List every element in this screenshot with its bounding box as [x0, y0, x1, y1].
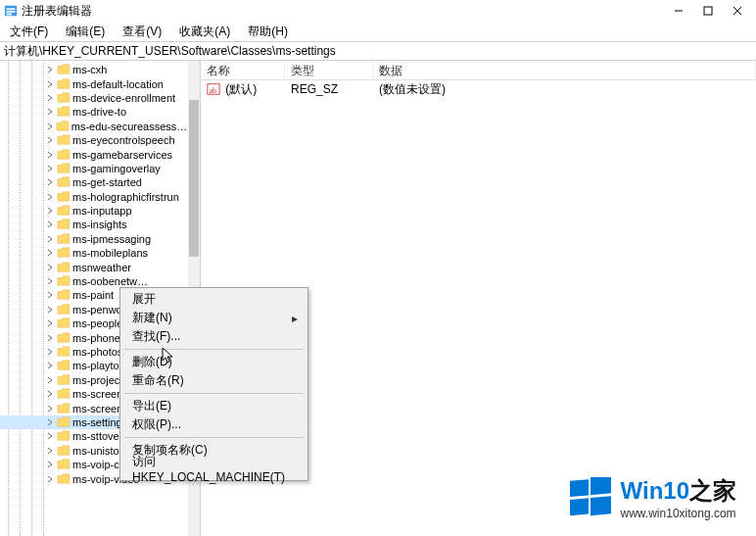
folder-icon [57, 445, 71, 457]
tree-item-label: ms-default-location [72, 78, 164, 90]
chevron-right-icon[interactable] [45, 306, 55, 314]
folder-icon [57, 304, 71, 316]
tree-item[interactable]: ms-inputapp [0, 204, 188, 218]
folder-icon [57, 191, 71, 203]
maximize-button[interactable] [693, 0, 723, 22]
chevron-right-icon[interactable] [45, 291, 55, 299]
ctx-expand[interactable]: 展开 [122, 290, 306, 309]
tree-item[interactable]: ms-get-started [0, 175, 188, 189]
ctx-goto-hklm[interactable]: 访问 HKEY_LOCAL_MACHINE(T) [122, 460, 306, 478]
chevron-right-icon[interactable] [45, 319, 55, 327]
folder-icon [57, 360, 71, 371]
tree-item[interactable]: ms-gamingoverlay [0, 162, 188, 175]
chevron-right-icon[interactable] [45, 80, 55, 88]
chevron-right-icon[interactable] [45, 66, 55, 73]
ctx-delete[interactable]: 删除(D) [122, 353, 306, 371]
folder-icon [57, 64, 71, 75]
scrollbar-thumb[interactable] [189, 100, 199, 257]
tree-item[interactable]: ms-insights [0, 218, 188, 231]
chevron-right-icon[interactable] [45, 405, 55, 413]
menu-edit[interactable]: 编辑(E) [62, 22, 109, 42]
chevron-right-icon[interactable] [45, 178, 55, 186]
tree-item[interactable]: ms-ipmessaging [0, 232, 188, 246]
close-button[interactable] [723, 0, 752, 22]
chevron-right-icon[interactable] [45, 376, 55, 384]
svg-rect-3 [7, 14, 12, 16]
tree-item[interactable]: ms-eyecontrolspeech [0, 133, 188, 147]
chevron-right-icon[interactable] [45, 108, 55, 116]
ctx-rename[interactable]: 重命名(R) [122, 371, 306, 390]
chevron-right-icon[interactable] [45, 277, 55, 285]
chevron-right-icon[interactable] [45, 193, 55, 201]
tree-item[interactable]: ms-device-enrollment [0, 91, 188, 105]
context-menu: 展开 新建(N)▸ 查找(F)... 删除(D) 重命名(R) 导出(E) 权限… [119, 287, 308, 481]
chevron-right-icon[interactable] [45, 207, 55, 215]
chevron-right-icon[interactable] [45, 264, 55, 271]
ctx-find[interactable]: 查找(F)... [122, 327, 306, 346]
tree-item-label: ms-drive-to [72, 106, 126, 118]
tree-item[interactable]: ms-holographicfirstrun [0, 190, 188, 204]
col-name[interactable]: 名称 [201, 61, 285, 79]
chevron-right-icon[interactable] [45, 249, 55, 257]
chevron-right-icon[interactable] [45, 475, 55, 483]
folder-icon [57, 346, 71, 358]
tree-item-label: ms-cxh [72, 64, 107, 75]
svg-rect-11 [591, 477, 611, 495]
chevron-right-icon[interactable] [45, 122, 54, 130]
chevron-right-icon[interactable] [45, 334, 55, 342]
folder-icon [57, 289, 71, 301]
svg-rect-5 [704, 7, 712, 15]
tree-item-label: ms-photos [72, 346, 122, 358]
ctx-permissions[interactable]: 权限(P)... [122, 415, 306, 434]
tree-item[interactable]: ms-default-location [0, 76, 188, 90]
tree-item-label: ms-eyecontrolspeech [72, 134, 175, 146]
folder-icon [57, 149, 71, 161]
chevron-right-icon[interactable] [45, 418, 55, 426]
chevron-right-icon[interactable] [45, 348, 55, 356]
chevron-right-icon[interactable] [45, 235, 55, 243]
watermark-brand: Win10之家 [621, 475, 736, 507]
folder-icon [57, 317, 71, 329]
ctx-new[interactable]: 新建(N)▸ [122, 309, 306, 327]
tree-item[interactable]: ms-edu-secureassessment [0, 120, 188, 133]
tree-item[interactable]: ms-cxh [0, 63, 188, 76]
address-input[interactable] [4, 44, 752, 58]
ctx-export[interactable]: 导出(E) [122, 397, 306, 415]
tree-item-label: ms-inputapp [72, 205, 132, 217]
chevron-right-icon[interactable] [45, 151, 55, 159]
chevron-right-icon[interactable] [45, 447, 55, 455]
menu-favorites[interactable]: 收藏夹(A) [175, 22, 234, 42]
tree-item[interactable]: ms-gamebarservices [0, 147, 188, 161]
string-value-icon: ab [207, 82, 220, 96]
chevron-right-icon[interactable] [45, 390, 55, 398]
folder-icon [57, 388, 71, 400]
col-type[interactable]: 类型 [285, 61, 373, 79]
chevron-right-icon[interactable] [45, 220, 55, 228]
menu-help[interactable]: 帮助(H) [244, 22, 292, 42]
folder-icon [57, 403, 71, 414]
list-row[interactable]: ab (默认) REG_SZ (数值未设置) [201, 80, 756, 98]
chevron-right-icon[interactable] [45, 94, 55, 102]
tree-item-label: ms-ipmessaging [72, 233, 151, 245]
tree-item[interactable]: ms-mobileplans [0, 246, 188, 260]
col-data[interactable]: 数据 [373, 61, 756, 79]
tree-item-label: ms-oobenetwork [72, 275, 151, 287]
chevron-right-icon[interactable] [45, 432, 55, 440]
chevron-right-icon[interactable] [45, 165, 55, 172]
tree-item[interactable]: ms-drive-to [0, 105, 188, 119]
chevron-right-icon[interactable] [45, 136, 55, 144]
tree-item[interactable]: msnweather [0, 260, 188, 273]
watermark: Win10之家 www.win10xitong.com [570, 475, 736, 520]
tree-item-label: ms-edu-secureassessment [71, 121, 188, 132]
regedit-icon [4, 4, 18, 18]
folder-icon [57, 262, 71, 273]
menu-file[interactable]: 文件(F) [6, 22, 52, 42]
chevron-right-icon[interactable] [45, 461, 55, 468]
folder-icon [57, 205, 71, 217]
svg-rect-10 [570, 479, 589, 497]
chevron-right-icon[interactable] [45, 362, 55, 369]
minimize-button[interactable] [664, 0, 693, 22]
folder-icon [57, 473, 71, 485]
folder-icon [57, 374, 71, 386]
menu-view[interactable]: 查看(V) [118, 22, 165, 42]
